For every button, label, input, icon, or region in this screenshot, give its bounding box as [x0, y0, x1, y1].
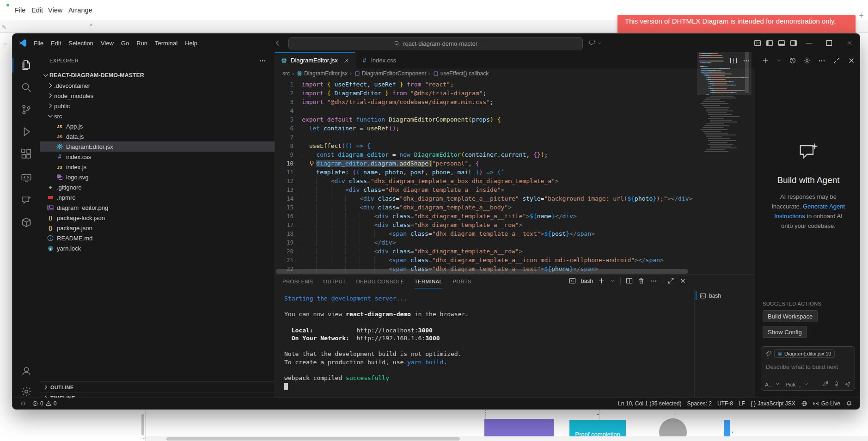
- maximize-button[interactable]: [819, 34, 839, 52]
- outline-section[interactable]: OUTLINE: [40, 381, 275, 392]
- minimap-slider[interactable]: [697, 52, 752, 95]
- tree-item-node_modules[interactable]: node_modules: [40, 91, 275, 101]
- remote-indicator[interactable]: [17, 398, 29, 409]
- model-select[interactable]: Pick ...: [785, 380, 809, 387]
- tree-item-data.js[interactable]: JSdata.js: [40, 131, 275, 141]
- shape-tool-icon[interactable]: ○: [3, 41, 6, 47]
- chat-quick-icon[interactable]: [589, 39, 602, 47]
- code-line-8[interactable]: 8 useEffect(() => {: [275, 141, 755, 150]
- code-line-21[interactable]: 21 <span class="dhx_diagram_template_a__…: [275, 256, 755, 264]
- page-chevron-icon[interactable]: ⌄: [730, 428, 734, 434]
- chat-icon[interactable]: [12, 191, 40, 209]
- menu-view[interactable]: View: [97, 38, 117, 48]
- lightbulb-icon[interactable]: [308, 160, 315, 167]
- tree-item-yarn.lock[interactable]: yyarn.lock: [40, 243, 275, 253]
- encoding[interactable]: UTF-8: [715, 398, 736, 409]
- diagram-hscroll-thumb[interactable]: [166, 437, 460, 441]
- code-line-4[interactable]: 4: [275, 106, 755, 115]
- mic-icon[interactable]: [833, 381, 840, 387]
- maximize-panel-icon[interactable]: [667, 277, 674, 284]
- terminal-list-item-bash[interactable]: bash: [696, 290, 753, 301]
- language-mode[interactable]: { }JavaScript JSX: [748, 398, 798, 409]
- code-line-18[interactable]: 18 <span class="dhx_diagram_template_a__…: [275, 229, 755, 238]
- code-line-1[interactable]: 1import { useEffect, useRef } from "reac…: [275, 80, 755, 89]
- command-center-search[interactable]: react-diagram-demo-master: [288, 37, 583, 49]
- minimap[interactable]: [699, 52, 750, 248]
- new-terminal-icon[interactable]: [598, 277, 605, 284]
- diagram-shape-blue[interactable]: [724, 420, 730, 438]
- tree-item-app.js[interactable]: JSApp.js: [40, 121, 275, 131]
- menu-file[interactable]: File: [30, 38, 47, 48]
- tree-item-.devcontainer[interactable]: .devcontainer: [40, 80, 275, 91]
- kill-terminal-icon[interactable]: [638, 277, 645, 284]
- breadcrumb-item[interactable]: DiagramEditorComponent: [362, 70, 426, 77]
- breadcrumb[interactable]: src›DiagramEditor.jsx›DiagramEditorCompo…: [275, 68, 755, 79]
- panel-more-icon[interactable]: [650, 277, 657, 284]
- split-terminal-icon[interactable]: [626, 277, 633, 284]
- panel-tab-debug-console[interactable]: DEBUG CONSOLE: [356, 275, 404, 288]
- explorer-icon[interactable]: [12, 56, 40, 74]
- search-view-icon[interactable]: [12, 78, 40, 97]
- run-debug-icon[interactable]: [12, 122, 40, 141]
- chat-history-icon[interactable]: [789, 57, 796, 64]
- terminal-profile-label[interactable]: bash: [581, 278, 593, 284]
- tree-item-index.js[interactable]: JSindex.js: [40, 162, 275, 172]
- explorer-more-icon[interactable]: [259, 57, 266, 64]
- code-line-7[interactable]: 7: [275, 133, 755, 141]
- terminal-output[interactable]: Starting the development server... You c…: [284, 295, 469, 390]
- close-tab-icon[interactable]: [343, 57, 349, 64]
- tab-diagrameditor[interactable]: DiagramEditor.jsx: [275, 52, 355, 68]
- panel-tab-output[interactable]: OUTPUT: [323, 275, 346, 288]
- tree-item-index.css[interactable]: #index.css: [40, 152, 275, 162]
- back-icon[interactable]: [274, 39, 281, 47]
- panel-tab-terminal[interactable]: TERMINAL: [415, 275, 443, 288]
- code-line-16[interactable]: 16 <div class="dhx_diagram_template_a__t…: [275, 212, 755, 220]
- code-line-9[interactable]: 9 const diagram_editor = new DiagramEdit…: [275, 150, 755, 159]
- context-chip[interactable]: DiagramEditor.jsx:10: [774, 349, 835, 358]
- tree-item-public[interactable]: public: [40, 101, 275, 111]
- toggle-panel-icon[interactable]: [778, 39, 785, 47]
- tools-icon[interactable]: [822, 381, 829, 387]
- terminal-dropdown-icon[interactable]: [610, 277, 615, 284]
- eol[interactable]: LF: [736, 398, 748, 409]
- tree-item-.npmrc[interactable]: .npmrc: [40, 192, 275, 202]
- show-config-button[interactable]: Show Config: [763, 326, 807, 338]
- code-line-15[interactable]: 15 <div class="dhx_diagram_template_a__b…: [275, 203, 755, 212]
- close-button[interactable]: [839, 34, 860, 52]
- browser-status-icon[interactable]: [798, 398, 810, 409]
- zoom-plus-icon[interactable]: +: [859, 11, 864, 21]
- notifications-bell-icon[interactable]: [843, 398, 855, 409]
- indentation[interactable]: Spaces: 2: [685, 398, 715, 409]
- bg-menu-file[interactable]: File: [15, 6, 25, 14]
- chat-input-box[interactable]: DiagramEditor.jsx:10 Describe what to bu…: [761, 346, 855, 391]
- diagram-panel-scrollbar[interactable]: [141, 414, 144, 435]
- code-line-6[interactable]: 6 let container = useRef();: [275, 124, 755, 133]
- toggle-sidebar-icon[interactable]: [766, 39, 773, 47]
- chat-more-icon[interactable]: [818, 57, 825, 64]
- chat-close-icon[interactable]: [848, 57, 855, 64]
- bg-menu-view[interactable]: View: [48, 6, 62, 14]
- tree-item-diagram_editor.png[interactable]: diagram_editor.png: [40, 202, 275, 213]
- code-line-11[interactable]: 11 template: ({ name, photo, post, phone…: [275, 168, 755, 177]
- breadcrumb-item[interactable]: useEffect() callback: [440, 70, 489, 77]
- source-control-icon[interactable]: [12, 100, 40, 119]
- chat-dropdown-icon[interactable]: [776, 57, 782, 64]
- code-line-14[interactable]: 14 <div class="dhx_diagram_template_a__p…: [275, 194, 755, 203]
- menu-terminal[interactable]: Terminal: [151, 38, 181, 48]
- close-panel-icon[interactable]: [679, 277, 686, 284]
- extensions-icon[interactable]: [12, 145, 40, 163]
- new-chat-icon[interactable]: [762, 57, 769, 64]
- scroll-down-icon[interactable]: ⌄: [141, 435, 146, 441]
- code-line-19[interactable]: 19 </div>: [275, 238, 755, 247]
- code-editor[interactable]: 1import { useEffect, useRef } from "reac…: [275, 79, 755, 276]
- accounts-icon[interactable]: [12, 362, 40, 380]
- code-line-20[interactable]: 20 <div class="dhx_diagram_template_a__r…: [275, 247, 755, 256]
- bg-menu-edit[interactable]: Edit: [31, 6, 43, 14]
- tree-root[interactable]: REACT-DIAGRAM-DEMO-MASTER: [40, 70, 275, 80]
- breadcrumb-item[interactable]: src: [282, 70, 290, 77]
- panel-tab-ports[interactable]: PORTS: [452, 275, 471, 288]
- attach-icon[interactable]: [765, 350, 771, 357]
- code-line-12[interactable]: 12 <div class="dhx_diagram_template_a_bo…: [275, 177, 755, 185]
- panel-tab-problems[interactable]: PROBLEMS: [282, 275, 313, 288]
- containers-icon[interactable]: [12, 213, 40, 232]
